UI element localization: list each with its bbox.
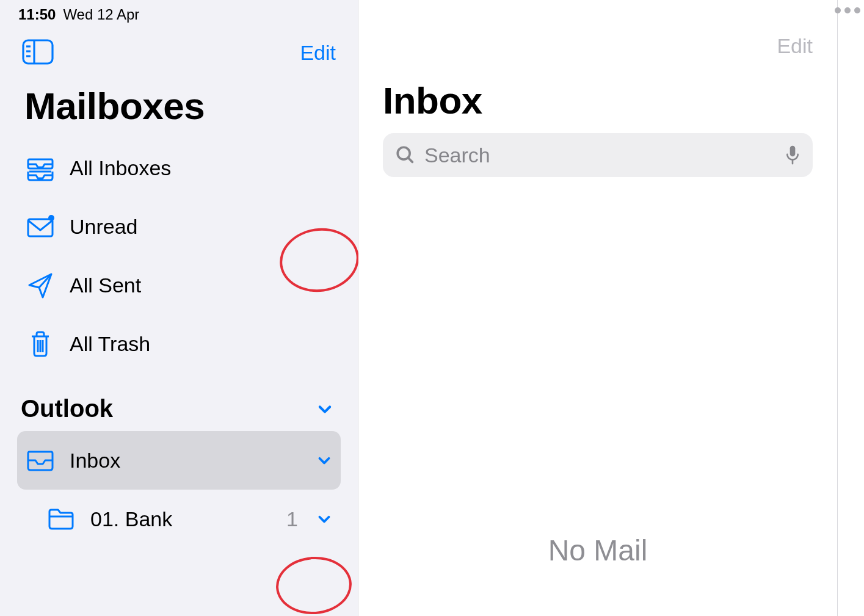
sidebar-header: Edit xyxy=(0,27,358,72)
trash-icon xyxy=(26,329,55,358)
svg-rect-14 xyxy=(790,146,796,156)
mailbox-unread[interactable]: Unread xyxy=(17,197,341,256)
sidebar-edit-button[interactable]: Edit xyxy=(300,41,336,65)
envelope-unread-icon xyxy=(26,212,55,241)
account-folder-list: Inbox 01. Bank 1 xyxy=(0,431,358,548)
sidebar-toggle-button[interactable] xyxy=(22,39,56,66)
mailbox-all-inboxes[interactable]: All Inboxes xyxy=(17,139,341,197)
microphone-icon[interactable] xyxy=(785,145,800,165)
mailbox-label: All Trash xyxy=(70,332,332,356)
right-rail xyxy=(837,0,864,616)
main-title: Inbox xyxy=(383,67,813,133)
mailbox-all-sent[interactable]: All Sent xyxy=(17,256,341,314)
mailbox-label: Unread xyxy=(70,215,332,239)
empty-state-label: No Mail xyxy=(358,534,837,567)
chevron-down-icon[interactable] xyxy=(316,511,332,527)
sidebar-icon xyxy=(22,39,54,67)
mailbox-list: All Inboxes Unread All Sent xyxy=(0,139,358,373)
folder-inbox[interactable]: Inbox xyxy=(17,431,341,490)
account-name: Outlook xyxy=(21,395,113,422)
folder-icon xyxy=(46,504,76,534)
folder-label: 01. Bank xyxy=(90,507,272,531)
status-time: 11:50 xyxy=(18,6,56,23)
mailbox-label: All Inboxes xyxy=(70,156,332,180)
inbox-icon xyxy=(26,446,55,475)
sidebar-title: Mailboxes xyxy=(0,72,358,139)
mailbox-label: All Sent xyxy=(70,274,332,297)
folder-count: 1 xyxy=(286,507,298,531)
folder-01-bank[interactable]: 01. Bank 1 xyxy=(17,490,341,548)
main-edit-button[interactable]: Edit xyxy=(777,34,813,58)
svg-rect-5 xyxy=(28,219,53,236)
chevron-down-icon[interactable] xyxy=(316,452,332,468)
svg-line-13 xyxy=(408,158,412,162)
annotation-circle xyxy=(274,554,354,616)
account-header-outlook[interactable]: Outlook xyxy=(0,373,358,431)
chevron-down-icon xyxy=(316,400,333,418)
status-bar: 11:50 Wed 12 Apr xyxy=(0,0,358,27)
svg-point-6 xyxy=(48,215,54,221)
mailbox-all-trash[interactable]: All Trash xyxy=(17,314,341,373)
sidebar: 11:50 Wed 12 Apr Edit Mailboxes xyxy=(0,0,358,616)
status-date: Wed 12 Apr xyxy=(63,6,139,23)
inbox-stack-icon xyxy=(26,153,55,183)
main-pane: Edit Inbox No Mail xyxy=(358,0,837,616)
search-field[interactable] xyxy=(383,133,813,177)
paperplane-icon xyxy=(26,270,55,300)
folder-label: Inbox xyxy=(70,449,302,473)
search-icon xyxy=(395,145,416,165)
search-input[interactable] xyxy=(424,143,776,167)
main-header: Edit xyxy=(383,0,813,67)
more-dots-icon[interactable] xyxy=(835,7,860,13)
